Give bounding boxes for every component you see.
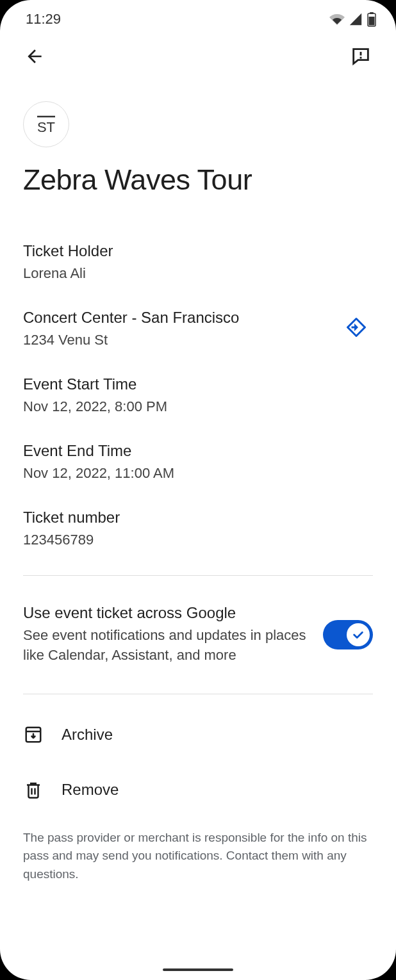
divider [23, 575, 373, 576]
status-time: 11:29 [26, 11, 61, 28]
field-value: 123456789 [23, 532, 373, 548]
toggle-switch[interactable] [323, 620, 373, 649]
field-label: Event End Time [23, 442, 373, 460]
wifi-icon [329, 12, 345, 27]
home-indicator[interactable] [163, 968, 233, 971]
signal-icon [349, 12, 363, 26]
field-venue: Concert Center - San Francisco 1234 Venu… [23, 309, 373, 348]
field-label: Ticket number [23, 509, 373, 527]
svg-rect-4 [360, 57, 362, 59]
feedback-icon [350, 45, 372, 67]
action-label: Archive [62, 726, 113, 744]
field-ticket-holder: Ticket Holder Lorena Ali [23, 242, 373, 282]
back-button[interactable] [19, 41, 50, 74]
status-bar: 11:29 [0, 0, 396, 32]
content-area[interactable]: ST Zebra Waves Tour Ticket Holder Lorena… [0, 83, 396, 980]
svg-rect-1 [370, 12, 374, 14]
field-value: 1234 Venu St [23, 332, 327, 348]
archive-icon [24, 725, 43, 744]
svg-rect-3 [360, 52, 362, 56]
toggle-title: Use event ticket across Google [23, 604, 310, 622]
field-ticket-number: Ticket number 123456789 [23, 509, 373, 548]
field-start-time: Event Start Time Nov 12, 2022, 8:00 PM [23, 375, 373, 415]
field-value: Nov 12, 2022, 8:00 PM [23, 398, 373, 415]
field-label: Concert Center - San Francisco [23, 309, 327, 327]
field-end-time: Event End Time Nov 12, 2022, 11:00 AM [23, 442, 373, 482]
action-label: Remove [62, 781, 119, 799]
field-label: Ticket Holder [23, 242, 373, 260]
source-logo: ST [23, 101, 69, 147]
battery-icon [367, 12, 377, 27]
divider [23, 694, 373, 694]
screen: 11:29 ST Zebra Waves Tour Ticket Holder [0, 0, 396, 980]
toggle-description: See event notifications and updates in p… [23, 626, 310, 666]
toggle-thumb [347, 623, 370, 646]
remove-button[interactable]: Remove [23, 762, 373, 817]
svg-rect-2 [369, 17, 375, 26]
directions-icon [345, 316, 368, 339]
trash-icon [24, 780, 43, 799]
archive-button[interactable]: Archive [23, 707, 373, 762]
directions-button[interactable] [340, 311, 373, 347]
toggle-google-sync: Use event ticket across Google See event… [23, 589, 373, 681]
app-bar [0, 32, 396, 83]
feedback-button[interactable] [345, 40, 377, 75]
event-title: Zebra Waves Tour [23, 163, 373, 197]
footer-disclaimer: The pass provider or merchant is respons… [23, 829, 373, 910]
field-label: Event Start Time [23, 375, 373, 393]
check-icon [351, 628, 365, 642]
field-value: Nov 12, 2022, 11:00 AM [23, 465, 373, 482]
arrow-left-icon [24, 46, 45, 67]
field-value: Lorena Ali [23, 265, 373, 282]
status-icons [329, 12, 377, 27]
svg-text:ST: ST [37, 119, 55, 135]
